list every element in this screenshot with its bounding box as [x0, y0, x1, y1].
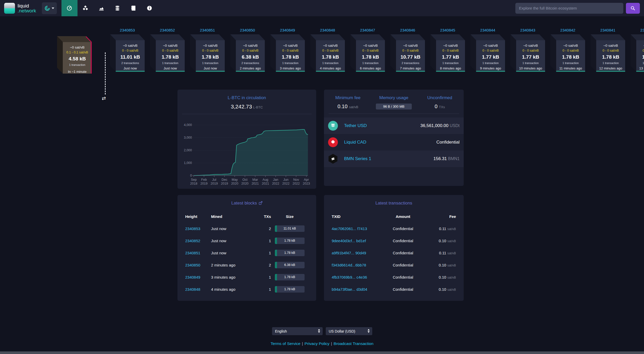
txid-link[interactable]: f343d6614d...6bb78	[332, 263, 384, 267]
block-cube[interactable]: ~0 sat/vB 0 - 0 sat/vB 1.78 kB 1 transac…	[270, 34, 305, 72]
nav-item-blocks[interactable]	[77, 0, 94, 16]
search-button[interactable]	[626, 3, 640, 14]
tx-amount: Confidential	[384, 226, 422, 231]
block-tx-count: 1 transaction	[443, 61, 459, 65]
block-height-link[interactable]: 2340848	[310, 28, 345, 32]
divider	[329, 114, 459, 114]
docs-icon	[130, 5, 136, 11]
block-mined-time: 4 minutes ago	[211, 287, 253, 292]
block-cube[interactable]: ~0 sat/vB 0 - 0 sat/vB 1.77 kB 1 transac…	[430, 34, 465, 72]
txid-link[interactable]: 4ac7062061... f7413	[332, 226, 384, 231]
block-cube[interactable]: ~0 sat/vB 0 - 0 sat/vB 1.78 kB 1 transac…	[591, 34, 625, 72]
block-cube[interactable]: ~0 sat/vB 0 - 0 sat/vB 6.38 kB 2 transac…	[230, 34, 265, 72]
bmn-hexagon-icon	[328, 154, 338, 164]
block-cube[interactable]: ~0 sat/vB 0 - 0 sat/vB 1.78 kB 1 transac…	[310, 34, 345, 72]
block-cube[interactable]: ~0 sat/vB 0 - 0 sat/vB 10.77 kB 2 transa…	[390, 34, 425, 72]
block-size: 6.38 kB	[242, 54, 259, 60]
latest-transactions-title: Latest transactions	[324, 195, 464, 206]
terms-of-service-link[interactable]: Terms of Service	[270, 341, 300, 346]
search-input[interactable]	[515, 3, 623, 14]
mempool-stats-card: Minimum fee 0.10 sat/vB Memory usage 96 …	[324, 90, 464, 186]
block-height-link[interactable]: 2340850	[185, 263, 211, 267]
block-height-link[interactable]: 2340849	[270, 28, 305, 32]
language-select[interactable]: English	[272, 327, 323, 335]
block-cube[interactable]: ~0 sat/vB 0 - 0 sat/vB 1.78 kB 1 transac…	[150, 34, 185, 72]
svg-text:Jan: Jan	[273, 178, 278, 182]
block-cube[interactable]: ~0 sat/vB 0 - 0 sat/vB 1.78 kB 1 transac…	[190, 34, 225, 72]
block-height-link[interactable]: 2340846	[390, 28, 425, 32]
block-height-link[interactable]: 2340849	[185, 275, 211, 279]
tx-fee: 0.11 sat/vB	[422, 251, 456, 255]
svg-text:2020: 2020	[231, 182, 238, 185]
privacy-policy-link[interactable]: Privacy Policy	[305, 341, 329, 346]
nav-item-dashboard[interactable]	[61, 0, 77, 16]
liquid-network-logo[interactable]: liquid .network	[4, 3, 36, 14]
block-cube[interactable]: ~0 sat/vB 0 - 0 sat/vB 1.78 kB 1 transac…	[350, 34, 385, 72]
svg-text:2019: 2019	[200, 182, 208, 185]
block-size: 1.77 kB	[482, 54, 499, 60]
mempool-block-cube[interactable]: ~0 sat/vB 0.1 - 0.1 sat/vB 4.58 kB 1 tra…	[57, 36, 92, 74]
stat-minimum-fee: Minimum fee 0.10 sat/vB	[327, 95, 369, 109]
txid-link[interactable]: a9f91b4f47... 90d49	[332, 251, 384, 255]
asset-name-link[interactable]: BMN Series 1	[344, 156, 371, 161]
block-cube[interactable]: ~0 sat/vB 0 - 0 sat/vB 1.78 kB 1 transac…	[550, 34, 585, 72]
block-cube[interactable]: ~0 sat/vB 0 - 0 sat/vB 1.77 kB 1 transac…	[510, 34, 545, 72]
block-tx-count: 2 transactions	[121, 61, 139, 65]
nav-item-assets[interactable]	[110, 0, 126, 16]
block-height-link[interactable]: 2340844	[470, 28, 505, 32]
block-cube[interactable]: ~0 sat/vB 0 - 0 sat/vB 1.78 kB 1 transac…	[631, 34, 644, 72]
block-size: 1.78 kB	[282, 54, 299, 60]
block-fee-range: 0 - 0 sat/vB	[322, 49, 338, 52]
tx-amount: Confidential	[384, 251, 422, 255]
block-height-link[interactable]: 2340852	[185, 239, 211, 243]
svg-text:2022: 2022	[282, 182, 290, 185]
network-switcher-dropdown[interactable]	[42, 2, 57, 14]
asset-name-link[interactable]: Liquid CAD	[344, 140, 366, 145]
nav-item-docs[interactable]	[126, 0, 142, 16]
block-cube[interactable]: ~0 sat/vB 0 - 0 sat/vB 1.77 kB 1 transac…	[470, 34, 505, 72]
latest-blocks-row: 2340850 2 minutes ago 2 6.38 kB	[185, 259, 308, 271]
txid-link[interactable]: 4fb37069b9... c4e36	[332, 275, 384, 279]
block-height-link[interactable]: 2340853	[185, 226, 211, 231]
block-tx-count: 1	[253, 287, 271, 292]
latest-transactions-row: b94a73f0ae... d3d04 Confidential 0.10 sa…	[332, 283, 456, 295]
asset-row: BMN Series 1 156.31 BMN1	[324, 151, 464, 167]
svg-text:May: May	[232, 178, 238, 182]
svg-text:2018: 2018	[190, 182, 197, 185]
block-fee: ~0 sat/vB	[203, 44, 218, 48]
block-size: 1.78 kB	[562, 54, 579, 60]
asset-amount: Confidential	[436, 140, 460, 145]
block-height-link[interactable]: 2340841	[591, 28, 625, 32]
block-height-link[interactable]: 2340848	[185, 287, 211, 292]
block-height-link[interactable]: 2340840	[631, 28, 644, 32]
nav-item-graphs[interactable]	[94, 0, 110, 16]
txid-link[interactable]: 9dee40d3cf... bd1ef	[332, 239, 384, 243]
stat-memory-usage: Memory usage 96 B / 300 MB	[369, 95, 418, 109]
block-height-link[interactable]: 2340842	[550, 28, 585, 32]
block-fee-range: 0 - 0 sat/vB	[442, 49, 459, 52]
asset-name-link[interactable]: Tether USD	[344, 123, 367, 128]
block-height-link[interactable]: 2340845	[430, 28, 465, 32]
block-fee: ~0 sat/vB	[483, 44, 498, 48]
circulation-card: L-BTC in circulation 3,242.73 L-BTC 01,0…	[177, 90, 316, 189]
block-height-link[interactable]: 2340852	[150, 28, 185, 32]
block-cube[interactable]: ~0 sat/vB 0 - 0 sat/vB 11.01 kB 2 transa…	[110, 34, 145, 72]
block-height-link[interactable]: 2340851	[190, 28, 225, 32]
latest-blocks-title[interactable]: Latest blocks	[177, 195, 316, 206]
block-height-link[interactable]: 2340851	[185, 251, 211, 255]
txid-link[interactable]: b94a73f0ae... d3d04	[332, 287, 384, 292]
block-fee: ~0 sat/vB	[523, 44, 538, 48]
block-time: 13 minutes ago	[639, 66, 644, 70]
swap-arrows-icon[interactable]: ⇄	[102, 95, 106, 101]
nav-item-about[interactable]	[142, 0, 158, 16]
block-height-link[interactable]: 2340850	[230, 28, 265, 32]
svg-text:2019: 2019	[221, 182, 228, 185]
currency-select[interactable]: US Dollar (USD)	[326, 327, 372, 335]
block-height-link[interactable]: 2340847	[350, 28, 385, 32]
svg-text:Nov: Nov	[293, 178, 299, 182]
block-height-link[interactable]: 2340853	[110, 28, 145, 32]
block-height-link[interactable]: 2340843	[510, 28, 545, 32]
block-tx-count: 1 transaction	[362, 61, 379, 65]
latest-blocks-row: 2340851 Just now 1 1.78 kB	[185, 247, 308, 259]
broadcast-transaction-link[interactable]: Broadcast Transaction	[333, 341, 373, 346]
